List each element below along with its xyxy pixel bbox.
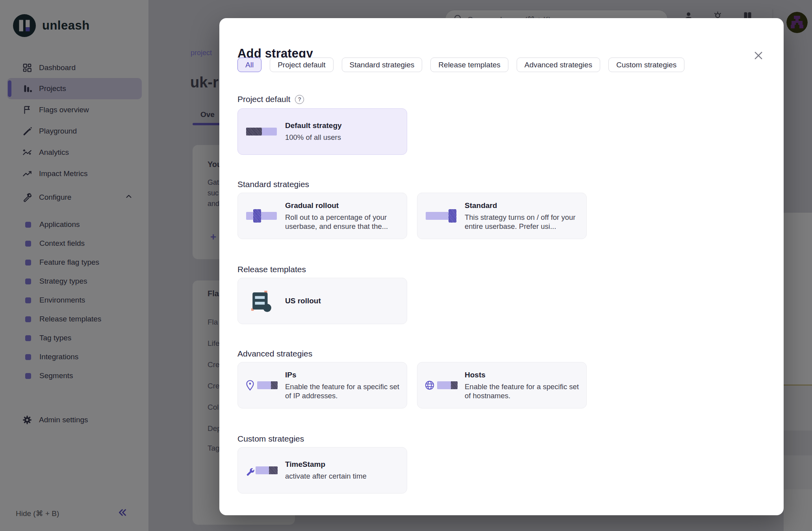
- filter-chip-all[interactable]: All: [237, 58, 261, 72]
- wrench-strategy-icon: [238, 464, 285, 476]
- strategy-filter-chips: All Project default Standard strategies …: [237, 58, 684, 72]
- slider-right-icon: [417, 209, 465, 223]
- strategy-card-timestamp[interactable]: TimeStamp activate after certain time: [237, 447, 407, 494]
- rollout-bar-icon: [238, 128, 285, 136]
- app-stage: unleash Dashboard Projects: [0, 0, 812, 531]
- section-heading-project-default: Project default ?: [237, 95, 304, 104]
- strategy-card-standard[interactable]: Standard This strategy turns on / off fo…: [417, 193, 587, 239]
- strategy-card-gradual-rollout[interactable]: Gradual rollout Roll out to a percentage…: [237, 193, 407, 239]
- close-icon[interactable]: [752, 49, 765, 62]
- filter-chip-release-templates[interactable]: Release templates: [430, 58, 508, 72]
- filter-chip-advanced-strategies[interactable]: Advanced strategies: [517, 58, 600, 72]
- filter-chip-custom-strategies[interactable]: Custom strategies: [608, 58, 684, 72]
- strategy-card-default-strategy[interactable]: Default strategy 100% of all users: [237, 108, 407, 155]
- slider-left-icon: [238, 209, 285, 223]
- strategy-card-hosts[interactable]: Hosts Enable the feature for a specific …: [417, 362, 587, 408]
- release-template-icon: [238, 290, 285, 312]
- filter-chip-project-default[interactable]: Project default: [270, 58, 333, 72]
- section-heading-custom-strategies: Custom strategies: [237, 434, 304, 444]
- filter-chip-standard-strategies[interactable]: Standard strategies: [342, 58, 423, 72]
- pin-icon: [238, 380, 285, 391]
- globe-icon: [417, 380, 465, 390]
- help-icon[interactable]: ?: [295, 95, 304, 104]
- add-strategy-modal: Add strategy All Project default Standar…: [219, 18, 784, 515]
- strategy-card-ips[interactable]: IPs Enable the feature for a specific se…: [237, 362, 407, 408]
- section-heading-standard-strategies: Standard strategies: [237, 180, 309, 189]
- section-heading-release-templates: Release templates: [237, 265, 306, 274]
- section-heading-advanced-strategies: Advanced strategies: [237, 349, 312, 358]
- release-template-card-us-rollout[interactable]: US rollout: [237, 278, 407, 324]
